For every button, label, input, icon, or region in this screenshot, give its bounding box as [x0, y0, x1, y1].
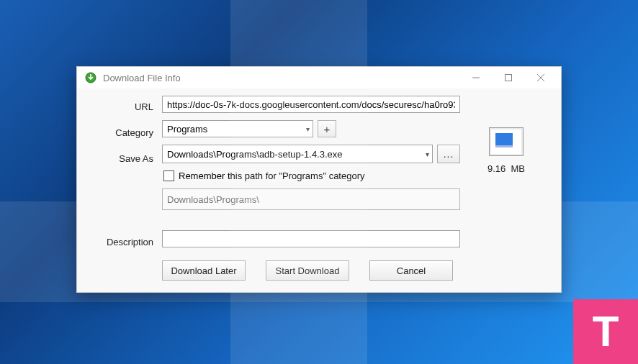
fields-column: Programs ▾ + Downloads\Programs\adb-setu… [162, 96, 460, 281]
remember-path-display: Downloads\Programs\ [162, 188, 460, 210]
file-preview-column: 9.16 MB [464, 96, 548, 281]
remember-path-label: Remember this path for "Programs" catego… [179, 170, 365, 181]
download-file-info-dialog: Download File Info URL Category Save As … [76, 66, 562, 293]
save-as-value: Downloads\Programs\adb-setup-1.4.3.exe [167, 149, 343, 160]
save-as-select[interactable]: Downloads\Programs\adb-setup-1.4.3.exe ▾ [162, 145, 433, 163]
file-type-icon [489, 127, 524, 156]
category-select[interactable]: Programs ▾ [162, 120, 313, 137]
remember-path-checkbox[interactable] [163, 170, 174, 181]
desktop-background: Download File Info URL Category Save As … [0, 0, 638, 364]
minimize-button[interactable] [459, 68, 492, 88]
url-input[interactable] [162, 96, 460, 113]
window-title: Download File Info [103, 73, 459, 83]
download-later-button[interactable]: Download Later [162, 260, 246, 281]
file-size-text: 9.16 MB [488, 163, 525, 174]
label-column: URL Category Save As Description [77, 96, 158, 281]
cancel-button[interactable]: Cancel [369, 260, 453, 281]
browse-button[interactable]: ... [437, 145, 460, 163]
category-selected-value: Programs [167, 124, 207, 135]
save-as-label: Save As [119, 150, 153, 166]
start-download-button[interactable]: Start Download [266, 260, 349, 281]
watermark-logo: T [573, 299, 638, 364]
chevron-down-icon: ▾ [306, 125, 310, 133]
category-label: Category [115, 124, 153, 140]
url-label: URL [135, 99, 153, 114]
description-label: Description [107, 234, 153, 250]
add-category-button[interactable]: + [318, 120, 336, 137]
svg-rect-2 [505, 75, 511, 81]
chevron-down-icon: ▾ [426, 150, 429, 158]
description-input[interactable] [162, 230, 460, 247]
title-bar: Download File Info [77, 67, 561, 88]
close-button[interactable] [524, 68, 557, 88]
idm-app-icon [84, 71, 97, 84]
maximize-button[interactable] [492, 68, 524, 88]
